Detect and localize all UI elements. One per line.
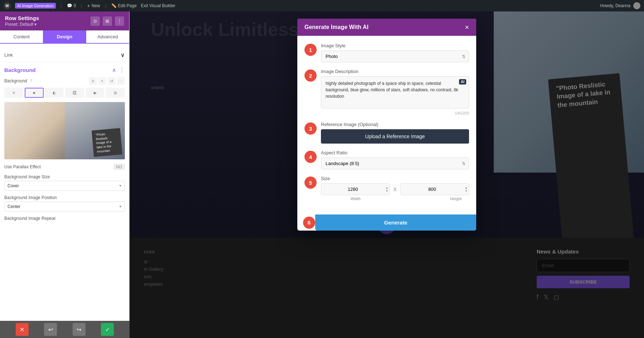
edit-page-button[interactable]: ✏️ Edit Page: [111, 3, 137, 8]
tab-advanced[interactable]: Advanced: [86, 30, 129, 43]
upload-reference-button[interactable]: Upload a Reference Image: [321, 129, 469, 144]
save-button[interactable]: ✓: [101, 323, 114, 336]
ai-image-generation-link[interactable]: AI Image Generation: [15, 3, 56, 9]
aspect-ratio-select[interactable]: Landscape (8:5) Portrait (5:8) Square (1…: [321, 158, 469, 169]
cancel-button[interactable]: ✕: [16, 323, 29, 336]
image-position-select[interactable]: Center: [4, 202, 125, 212]
sidebar: Row Settings Preset: Default ▾ ⊙ ⊞ ⋮ Con…: [0, 11, 130, 338]
modal-title: Generate Image With AI: [304, 24, 369, 30]
undo-button[interactable]: ↩: [44, 323, 57, 336]
background-section-title: Background: [4, 67, 36, 73]
comment-count[interactable]: 💬 0: [67, 3, 76, 8]
wp-logo-icon[interactable]: W: [4, 2, 11, 9]
bg-type-video[interactable]: ▶: [86, 88, 104, 98]
height-input[interactable]: [400, 183, 469, 195]
image-description-textarea[interactable]: [321, 76, 469, 108]
width-input-wrapper: ▲ ▼: [321, 183, 390, 195]
exit-builder-button[interactable]: Exit Visual Builder: [141, 3, 176, 8]
step-2-content: Image Description AI 145/200: [321, 69, 469, 115]
more-icon-button[interactable]: ⋯: [117, 77, 125, 85]
width-up-icon[interactable]: ▲: [385, 186, 388, 189]
more-options-icon-button[interactable]: ⋮: [115, 16, 124, 26]
cursor-icon-button[interactable]: ↖: [98, 77, 106, 85]
step-1-row: 1 Image Style Photo Illustration Digital…: [304, 43, 469, 62]
bg-type-image[interactable]: 🖼: [65, 88, 84, 98]
exit-builder-label: Exit Visual Builder: [141, 3, 176, 8]
bg-type-row: ✕ ■ ◐ 🖼 ▶ ⊞: [4, 88, 125, 98]
width-label: Width: [351, 197, 361, 201]
size-labels: Width Height: [321, 197, 469, 201]
sidebar-preset[interactable]: Preset: Default ▾: [5, 22, 39, 27]
link-section-title: Link: [4, 52, 13, 58]
image-repeat-label: Background Image Repeat: [4, 216, 125, 221]
height-spinners: ▲ ▼: [465, 186, 468, 192]
step-3-label: Reference Image (Optional): [321, 122, 469, 127]
background-section: Background ∧ ⋮ Background ? ⎘ ↖ ↺ ⋯: [4, 67, 125, 221]
collapse-icon[interactable]: ∧: [112, 67, 116, 73]
admin-divider-2: |: [81, 3, 82, 8]
image-position-label: Background Image Position: [4, 195, 125, 200]
generate-button[interactable]: Generate: [315, 214, 476, 231]
more-bg-icon[interactable]: ⋮: [119, 67, 125, 73]
width-down-icon[interactable]: ▼: [385, 189, 388, 192]
parallax-row: Use Parallax Effect NO: [4, 164, 125, 170]
char-count: 145/200: [321, 111, 469, 115]
bg-label-text: Background: [4, 78, 27, 83]
modal-body: 1 Image Style Photo Illustration Digital…: [297, 36, 476, 214]
target-icon-button[interactable]: ⊙: [91, 16, 100, 26]
admin-divider-3: |: [105, 3, 106, 8]
bg-type-pattern[interactable]: ⊞: [106, 88, 125, 98]
sidebar-title: Row Settings: [5, 15, 39, 21]
comment-number: 0: [74, 3, 76, 8]
tab-design[interactable]: Design: [43, 30, 86, 43]
step-4-badge: 4: [304, 151, 317, 163]
parallax-toggle[interactable]: NO: [113, 164, 125, 170]
modal-close-button[interactable]: ×: [465, 24, 469, 31]
step-1-badge: 1: [304, 44, 317, 56]
admin-bar: W AI Image Generation | 💬 0 | + New | ✏️…: [0, 0, 644, 11]
chevron-down-icon: ▾: [34, 22, 36, 27]
plus-icon: +: [87, 3, 90, 9]
add-new-button[interactable]: + New: [87, 3, 100, 9]
step-5-label: Size: [321, 176, 469, 181]
admin-divider-1: |: [61, 3, 62, 8]
width-input[interactable]: [321, 183, 390, 195]
width-spinners: ▲ ▼: [385, 186, 388, 192]
bg-help-icon[interactable]: ?: [30, 79, 32, 83]
parallax-label: Use Parallax Effect: [4, 164, 41, 169]
copy-icon-button[interactable]: ⎘: [89, 77, 97, 85]
reset-icon-button[interactable]: ↺: [108, 77, 116, 85]
step-2-row: 2 Image Description AI 145/200: [304, 69, 469, 115]
height-up-icon[interactable]: ▲: [465, 186, 468, 189]
sidebar-tabs: Content Design Advanced: [0, 30, 129, 44]
layout-icon-button[interactable]: ⊞: [103, 16, 112, 26]
tab-content[interactable]: Content: [0, 30, 43, 43]
step-5-badge: 5: [304, 177, 317, 189]
image-position-field: Background Image Position Center: [4, 195, 125, 212]
step-2-label: Image Description: [321, 69, 469, 74]
admin-bar-right: Howdy, Deanna: [600, 2, 641, 9]
aspect-ratio-select-wrapper: Landscape (8:5) Portrait (5:8) Square (1…: [321, 158, 469, 169]
step-3-row: 3 Reference Image (Optional) Upload a Re…: [304, 122, 469, 144]
image-style-select[interactable]: Photo Illustration Digital Art Watercolo…: [321, 50, 469, 62]
height-down-icon[interactable]: ▼: [465, 189, 468, 192]
bg-type-color[interactable]: ■: [25, 88, 44, 98]
step-1-label: Image Style: [321, 43, 469, 48]
modal-header: Generate Image With AI ×: [297, 19, 476, 36]
modal-footer: 6 Generate: [297, 214, 476, 231]
height-label: Height: [450, 197, 462, 201]
bg-type-gradient[interactable]: ◐: [45, 88, 64, 98]
bg-type-none[interactable]: ✕: [4, 88, 23, 98]
user-avatar[interactable]: [633, 2, 640, 9]
background-section-header: Background ∧ ⋮: [4, 67, 125, 73]
sidebar-header: Row Settings Preset: Default ▾ ⊙ ⊞ ⋮: [0, 11, 129, 30]
redo-button[interactable]: ↪: [73, 323, 86, 336]
sidebar-content: Link ∨ Background ∧ ⋮ Background ? ⎘ ↖: [0, 44, 129, 338]
modal-overlay: Generate Image With AI × 1 Image Style P…: [130, 11, 644, 338]
bottom-toolbar: ✕ ↩ ↪ ✓: [0, 321, 130, 338]
image-size-select[interactable]: Cover: [4, 181, 125, 191]
link-section[interactable]: Link ∨: [4, 48, 125, 62]
preset-label: Preset: Default: [5, 22, 33, 27]
thumbnail-preview: "Photo Reslistic Image of a lake in the …: [4, 102, 125, 159]
chevron-down-icon: ∨: [121, 52, 125, 58]
